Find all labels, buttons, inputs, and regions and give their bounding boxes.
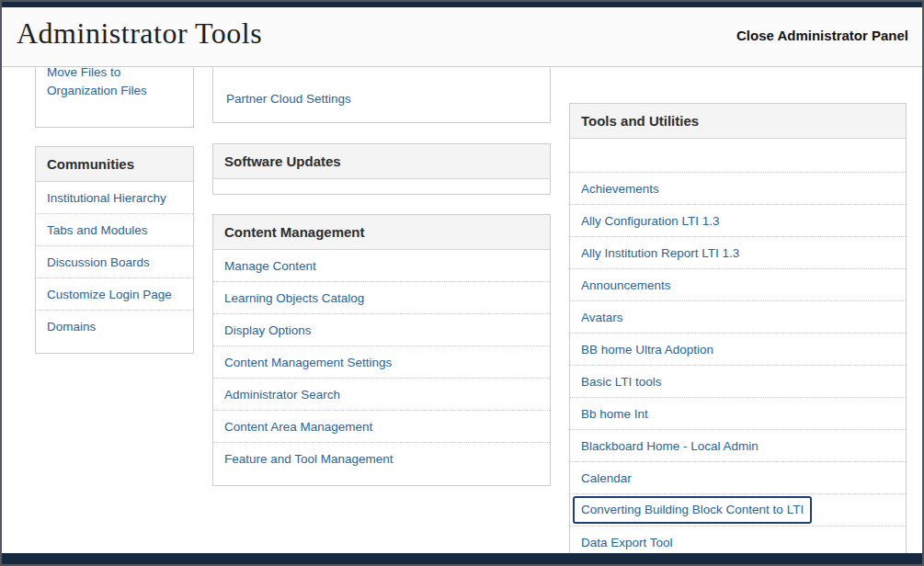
list-item[interactable]: Ally Institution Report LTI 1.3: [570, 237, 906, 269]
link-basic-lti-tools[interactable]: Basic LTI tools: [581, 375, 662, 389]
page-title: Administrator Tools: [17, 17, 262, 51]
list-item[interactable]: Calendar: [570, 462, 906, 494]
column-middle: Partner Cloud Settings Software Updates …: [212, 67, 551, 486]
link-bb-home-ultra-adoption[interactable]: BB home Ultra Adoption: [581, 343, 713, 357]
list-item[interactable]: Blackboard Home - Local Admin: [570, 430, 906, 462]
panel-tools-and-utilities: Tools and Utilities Achievements Ally Co…: [569, 103, 907, 553]
link-move-files-to-organization-files[interactable]: Move Files to Organization Files: [47, 67, 147, 97]
link-content-area-management[interactable]: Content Area Management: [224, 420, 372, 434]
link-tabs-and-modules[interactable]: Tabs and Modules: [47, 223, 148, 237]
column-left: Move Files to Organization Files Communi…: [35, 67, 194, 354]
list-item[interactable]: Domains: [36, 311, 193, 342]
list-item[interactable]: Institutional Hierarchy: [36, 182, 193, 214]
column-right: Tools and Utilities Achievements Ally Co…: [569, 67, 907, 553]
link-ally-configuration-lti[interactable]: Ally Configuration LTI 1.3: [581, 214, 720, 228]
list-item[interactable]: Discussion Boards: [36, 246, 193, 278]
list-item[interactable]: Bb home Int: [570, 398, 906, 430]
link-feature-and-tool-management[interactable]: Feature and Tool Management: [224, 452, 394, 466]
panel-title-content-management: Content Management: [213, 215, 550, 250]
list-item[interactable]: BB home Ultra Adoption: [570, 334, 906, 366]
link-customize-login-page[interactable]: Customize Login Page: [47, 288, 172, 301]
link-institutional-hierarchy[interactable]: Institutional Hierarchy: [47, 191, 166, 205]
list-item[interactable]: Learning Objects Catalog: [213, 282, 550, 314]
panel-files-partial: Move Files to Organization Files: [35, 67, 194, 128]
link-administrator-search[interactable]: Administrator Search: [224, 388, 340, 402]
link-discussion-boards[interactable]: Discussion Boards: [47, 255, 150, 269]
link-announcements[interactable]: Announcements: [581, 278, 671, 292]
panel-communities: Communities Institutional Hierarchy Tabs…: [35, 146, 194, 354]
list-item[interactable]: Manage Content: [213, 250, 550, 282]
list-item[interactable]: Achievements: [570, 173, 906, 205]
list-item[interactable]: Data Export Tool: [570, 526, 906, 553]
list-item[interactable]: Administrator Search: [213, 379, 550, 411]
link-avatars[interactable]: Avatars: [581, 311, 623, 324]
link-bb-home-int[interactable]: Bb home Int: [581, 407, 648, 421]
close-administrator-panel-button[interactable]: Close Administrator Panel: [736, 28, 908, 43]
panel-title-communities: Communities: [36, 147, 193, 182]
link-learning-objects-catalog[interactable]: Learning Objects Catalog: [224, 291, 364, 305]
link-converting-building-block-content-to-lti[interactable]: Converting Building Block Content to LTI: [573, 496, 812, 524]
list-item[interactable]: Feature and Tool Management: [213, 443, 550, 474]
admin-tools-page: Administrator Tools Close Administrator …: [0, 0, 924, 566]
list-item[interactable]: Partner Cloud Settings: [213, 83, 550, 122]
list-item[interactable]: Content Management Settings: [213, 346, 550, 379]
link-data-export-tool[interactable]: Data Export Tool: [581, 536, 673, 549]
link-manage-content[interactable]: Manage Content: [224, 259, 316, 273]
link-content-management-settings[interactable]: Content Management Settings: [224, 356, 392, 369]
list-item[interactable]: Avatars: [570, 301, 906, 334]
bottom-accent-bar: [2, 553, 922, 564]
list-item[interactable]: Announcements: [570, 269, 906, 301]
panel-content-management: Content Management Manage Content Learni…: [212, 214, 551, 486]
panel-cloud-partial: Partner Cloud Settings: [212, 67, 551, 123]
link-blackboard-home-local-admin[interactable]: Blackboard Home - Local Admin: [581, 439, 759, 453]
admin-panel-content: Move Files to Organization Files Communi…: [2, 67, 922, 553]
panel-title-tools-and-utilities: Tools and Utilities: [570, 104, 906, 139]
link-calendar[interactable]: Calendar: [581, 471, 632, 485]
tools-empty-row: [570, 139, 906, 173]
page-header: Administrator Tools Close Administrator …: [2, 7, 922, 67]
link-achievements[interactable]: Achievements: [581, 182, 659, 196]
list-item-highlighted[interactable]: Converting Building Block Content to LTI: [570, 494, 906, 526]
panel-title-software-updates: Software Updates: [213, 144, 550, 179]
panel-software-updates: Software Updates: [212, 143, 551, 195]
list-item[interactable]: Ally Configuration LTI 1.3: [570, 205, 906, 237]
list-item[interactable]: Move Files to Organization Files: [36, 67, 193, 107]
link-partner-cloud-settings[interactable]: Partner Cloud Settings: [226, 92, 351, 106]
list-item[interactable]: Customize Login Page: [36, 278, 193, 311]
list-item[interactable]: Basic LTI tools: [570, 366, 906, 398]
link-display-options[interactable]: Display Options: [224, 323, 312, 337]
link-ally-institution-report-lti[interactable]: Ally Institution Report LTI 1.3: [581, 246, 739, 260]
list-item[interactable]: Tabs and Modules: [36, 214, 193, 246]
software-updates-empty-body: [213, 179, 550, 194]
list-item[interactable]: Display Options: [213, 314, 550, 346]
list-item[interactable]: Content Area Management: [213, 411, 550, 443]
link-domains[interactable]: Domains: [47, 320, 96, 334]
